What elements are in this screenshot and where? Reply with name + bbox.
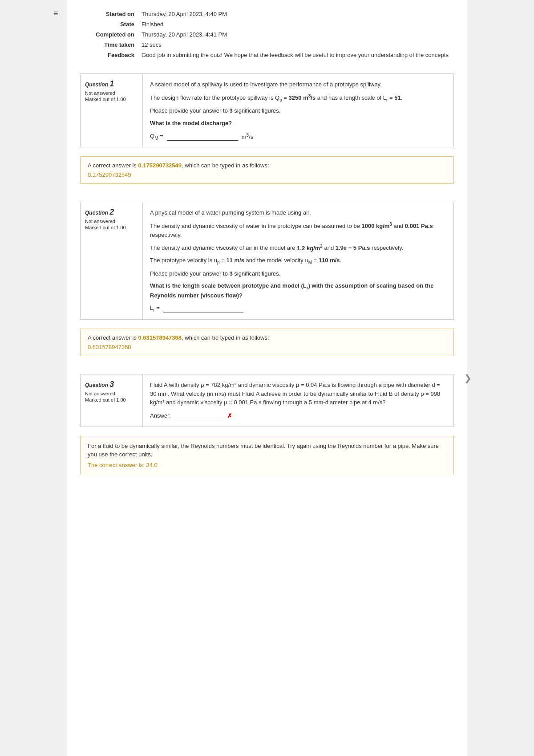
question-3-content: Fluid A with density ρ = 782 kg/m³ and d…	[142, 374, 454, 427]
q1-line2: The design flow rate for the prototype s…	[150, 93, 446, 103]
q3-input-label: Answer:	[150, 412, 171, 419]
question-1-content: A scaled model of a spillway is used to …	[142, 73, 454, 147]
q3-answer-input[interactable]	[174, 411, 223, 420]
question-1-status: Not answered	[85, 90, 138, 96]
hamburger-icon[interactable]: ≡	[53, 9, 58, 18]
question-1-sidebar: Question 1 Not answered Marked out of 1.…	[80, 73, 142, 147]
q2-answer-box: A correct answer is 0.631578947368, whic…	[80, 329, 454, 356]
q2-answer-input[interactable]	[163, 304, 243, 313]
question-2-content: A physical model of a water pumping syst…	[142, 202, 454, 320]
q2-input-label: Lr =	[150, 305, 160, 313]
question-3-sidebar: Question 3 Not answered Marked out of 1.…	[80, 374, 142, 427]
started-on-label: Started on	[80, 9, 138, 19]
q1-line1: A scaled model of a spillway is used to …	[150, 80, 446, 89]
question-2-status: Not answered	[85, 219, 138, 224]
q1-correct-value: 0.175290732549	[138, 162, 182, 169]
question-2-block: Question 2 Not answered Marked out of 1.…	[80, 202, 454, 320]
state-value: Finished	[138, 19, 454, 29]
q3-feedback-text: For a fluid to be dynamically similar, t…	[88, 442, 446, 459]
x-mark-icon: ✗	[227, 412, 232, 419]
q1-typed-value: 0.175290732549	[88, 171, 446, 178]
q1-question: What is the model discharge?	[150, 119, 446, 128]
q2-line1: A physical model of a water pumping syst…	[150, 208, 446, 217]
state-label: State	[80, 19, 138, 29]
q1-answer-input[interactable]	[167, 132, 238, 141]
completed-on-value: Thursday, 20 April 2023, 4:41 PM	[138, 29, 454, 40]
q1-correct-text: A correct answer is 0.175290732549, whic…	[88, 162, 446, 169]
q1-answer-box: A correct answer is 0.175290732549, whic…	[80, 156, 454, 184]
chevron-right-icon[interactable]: ❯	[464, 373, 472, 383]
q1-unit: m3/s	[242, 133, 254, 140]
question-2-marks: Marked out of 1.00	[85, 225, 138, 230]
time-taken-value: 12 secs	[138, 40, 454, 50]
q2-question: What is the length scale between prototy…	[150, 281, 446, 300]
q3-correct-answer: The correct answer is: 34.0	[88, 462, 446, 468]
q2-line4: The prototype velocity is up = 11 m/s an…	[150, 256, 446, 266]
q2-correct-text: A correct answer is 0.631578947368, whic…	[88, 334, 446, 341]
feedback-value: Good job in submitting the quiz! We hope…	[138, 50, 454, 60]
q1-line3: Please provide your answer to 3 signific…	[150, 106, 446, 115]
q2-line2: The density and dynamic viscosity of wat…	[150, 221, 446, 239]
q2-input-row: Lr =	[150, 304, 446, 313]
question-3-status: Not answered	[85, 391, 138, 396]
question-1-marks: Marked out of 1.00	[85, 97, 138, 102]
q1-input-label: QM =	[150, 133, 163, 141]
q2-line5: Please provide your answer to 3 signific…	[150, 269, 446, 278]
completed-on-label: Completed on	[80, 29, 138, 40]
question-3-label: Question 3	[85, 380, 138, 389]
q3-content: Fluid A with density ρ = 782 kg/m³ and d…	[150, 381, 446, 407]
question-3-block: Question 3 Not answered Marked out of 1.…	[80, 374, 454, 427]
q3-feedback-box: For a fluid to be dynamically similar, t…	[80, 436, 454, 474]
time-taken-label: Time taken	[80, 40, 138, 50]
q2-typed-value: 0.631578947368	[88, 344, 446, 350]
q2-correct-value: 0.631578947368	[138, 334, 182, 341]
feedback-label: Feedback	[80, 50, 138, 60]
q2-line3: The density and dynamic viscosity of air…	[150, 243, 446, 252]
question-1-label: Question 1	[85, 79, 138, 89]
q3-input-row: Answer: ✗	[150, 411, 446, 420]
question-1-block: Question 1 Not answered Marked out of 1.…	[80, 73, 454, 147]
question-2-label: Question 2	[85, 207, 138, 217]
q1-input-row: QM = m3/s	[150, 132, 446, 141]
quiz-info-table: Started on Thursday, 20 April 2023, 4:40…	[80, 9, 454, 60]
started-on-value: Thursday, 20 April 2023, 4:40 PM	[138, 9, 454, 19]
question-3-marks: Marked out of 1.00	[85, 397, 138, 402]
question-2-sidebar: Question 2 Not answered Marked out of 1.…	[80, 202, 142, 320]
